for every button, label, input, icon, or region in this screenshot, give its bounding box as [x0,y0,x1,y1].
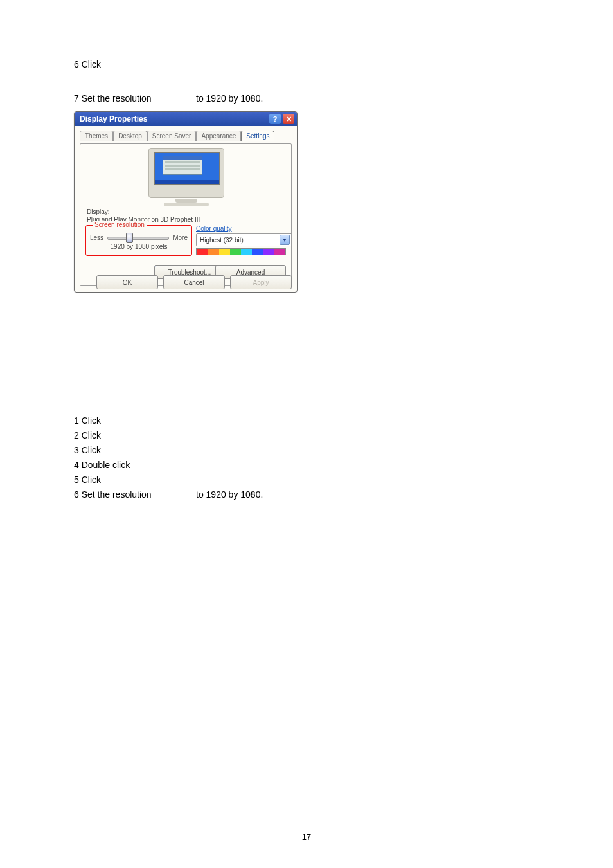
slider-more-label: More [173,234,188,241]
chevron-down-icon: ▼ [280,235,290,245]
screen-resolution-legend: Screen resolution [93,221,147,228]
ok-button[interactable]: OK [96,275,158,289]
step-2-bottom: 2 Click [74,429,101,442]
cancel-button[interactable]: Cancel [163,275,225,289]
resolution-slider[interactable] [107,233,169,241]
step-7-top-left: 7 Set the resolution [74,93,152,105]
step-5-bottom: 5 Click [74,474,101,487]
resolution-value: 1920 by 1080 pixels [90,243,188,250]
color-quality-group: Color quality Highest (32 bit) ▼ [196,225,286,256]
apply-button[interactable]: Apply [230,275,292,289]
close-button[interactable]: ✕ [283,114,294,124]
page-number: 17 [0,832,613,842]
display-label: Display: [87,208,110,215]
step-6-bottom-right: to 1920 by 1080. [196,489,263,502]
settings-panel: Display: Plug and Play Monitor on 3D Pro… [80,143,292,286]
step-1-bottom: 1 Click [74,415,101,428]
tab-themes[interactable]: Themes [80,131,113,141]
step-6-top: 6 Click [74,59,101,71]
step-7-top-right: to 1920 by 1080. [196,93,263,105]
tab-strip: Themes Desktop Screen Saver Appearance S… [80,130,292,141]
tab-appearance[interactable]: Appearance [196,131,241,141]
tab-desktop[interactable]: Desktop [113,131,147,141]
display-properties-dialog: Display Properties ? ✕ Themes Desktop Sc… [74,111,298,293]
monitor-preview [115,148,258,206]
help-button[interactable]: ? [269,114,281,124]
step-3-bottom: 3 Click [74,444,101,457]
step-4-bottom: 4 Double click [74,459,130,472]
color-quality-value: Highest (32 bit) [200,237,244,244]
screen-resolution-group: Screen resolution Less More 1920 by 1080… [85,225,192,256]
dialog-titlebar: Display Properties ? ✕ [75,112,297,126]
tab-settings[interactable]: Settings [241,131,274,141]
color-swatch [196,248,286,255]
slider-less-label: Less [90,234,103,241]
color-quality-select[interactable]: Highest (32 bit) ▼ [196,233,292,246]
step-6-bottom-left: 6 Set the resolution [74,489,152,502]
tab-screen-saver[interactable]: Screen Saver [147,131,197,141]
dialog-title: Display Properties [80,114,267,123]
color-quality-legend: Color quality [196,225,286,232]
